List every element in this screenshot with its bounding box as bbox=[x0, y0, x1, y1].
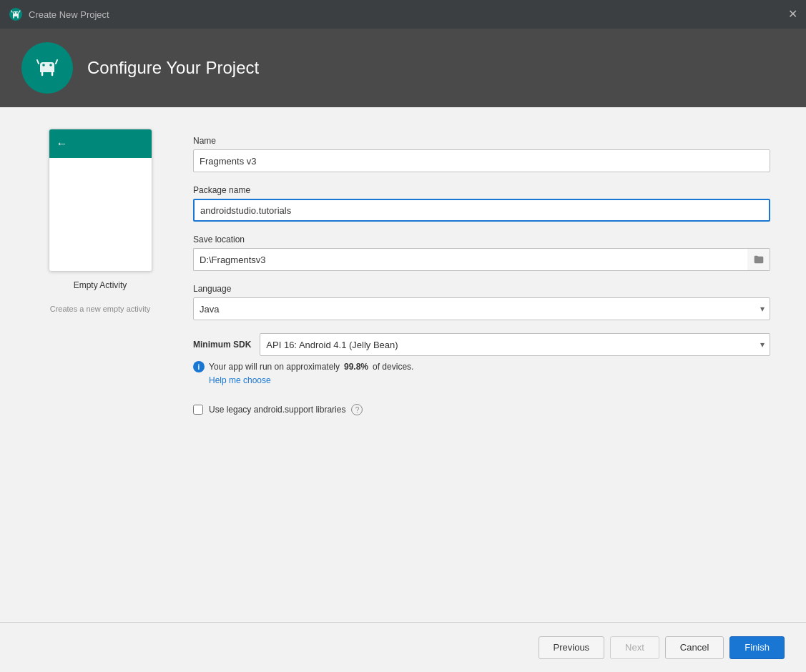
name-label: Name bbox=[193, 136, 770, 146]
min-sdk-row: Minimum SDK API 16: Android 4.1 (Jelly B… bbox=[193, 333, 770, 356]
package-name-group: Package name bbox=[193, 185, 770, 222]
sdk-info-prefix: Your app will run on approximately bbox=[209, 362, 340, 372]
save-location-label: Save location bbox=[193, 234, 770, 244]
legacy-checkbox-row: Use legacy android.support libraries ? bbox=[193, 404, 770, 415]
cancel-button[interactable]: Cancel bbox=[665, 636, 724, 659]
language-select-wrapper: Java Kotlin ▾ bbox=[193, 297, 770, 320]
activity-label: Empty Activity bbox=[74, 280, 127, 290]
previous-button[interactable]: Previous bbox=[539, 636, 605, 659]
activity-description: Creates a new empty activity bbox=[50, 305, 151, 313]
folder-button[interactable] bbox=[747, 248, 770, 271]
sdk-info-suffix: of devices. bbox=[373, 362, 413, 372]
back-arrow-icon: ← bbox=[56, 137, 68, 150]
android-icon bbox=[31, 52, 63, 84]
legacy-checkbox-label: Use legacy android.support libraries bbox=[209, 405, 345, 415]
min-sdk-group: Minimum SDK API 16: Android 4.1 (Jelly B… bbox=[193, 333, 770, 385]
close-button[interactable]: ✕ bbox=[788, 9, 797, 20]
svg-point-2 bbox=[16, 12, 18, 14]
header-title: Configure Your Project bbox=[87, 58, 259, 78]
header-section: Configure Your Project bbox=[0, 29, 806, 107]
language-group: Language Java Kotlin ▾ bbox=[193, 284, 770, 320]
info-icon: i bbox=[193, 361, 205, 372]
sdk-info: i Your app will run on approximately 99.… bbox=[193, 361, 770, 385]
min-sdk-select-wrapper: API 16: Android 4.1 (Jelly Bean) API 17:… bbox=[260, 333, 770, 356]
finish-button[interactable]: Finish bbox=[729, 636, 785, 659]
min-sdk-label: Minimum SDK bbox=[193, 340, 251, 350]
sdk-info-text: i Your app will run on approximately 99.… bbox=[193, 361, 770, 372]
svg-point-1 bbox=[14, 12, 15, 14]
save-location-row bbox=[193, 248, 770, 271]
phone-body bbox=[49, 158, 152, 271]
android-logo-icon bbox=[9, 7, 23, 21]
main-content: ← Empty Activity Creates a new empty act… bbox=[0, 107, 806, 622]
folder-icon bbox=[754, 255, 764, 265]
phone-header-bar: ← bbox=[49, 129, 152, 158]
sdk-percentage: 99.8% bbox=[344, 362, 368, 372]
footer: Previous Next Cancel Finish bbox=[0, 622, 806, 672]
package-name-input[interactable] bbox=[193, 199, 770, 222]
title-bar-text: Create New Project bbox=[29, 9, 109, 20]
right-panel: Name Package name Save location bbox=[193, 129, 770, 622]
legacy-checkbox[interactable] bbox=[193, 405, 203, 415]
header-icon bbox=[21, 42, 73, 94]
legacy-help-icon[interactable]: ? bbox=[351, 404, 363, 415]
help-me-choose-link[interactable]: Help me choose bbox=[209, 375, 770, 385]
language-select[interactable]: Java Kotlin bbox=[193, 297, 770, 320]
phone-preview: ← bbox=[49, 129, 152, 272]
content-area: ← Empty Activity Creates a new empty act… bbox=[36, 129, 770, 622]
svg-point-5 bbox=[49, 64, 52, 66]
save-location-input[interactable] bbox=[193, 248, 747, 271]
title-bar-left: Create New Project bbox=[9, 7, 109, 21]
save-location-group: Save location bbox=[193, 234, 770, 271]
min-sdk-select[interactable]: API 16: Android 4.1 (Jelly Bean) API 17:… bbox=[260, 333, 770, 356]
title-bar: Create New Project ✕ bbox=[0, 0, 806, 29]
svg-point-4 bbox=[42, 64, 45, 66]
name-input[interactable] bbox=[193, 149, 770, 172]
left-panel: ← Empty Activity Creates a new empty act… bbox=[36, 129, 164, 622]
language-label: Language bbox=[193, 284, 770, 294]
package-name-label: Package name bbox=[193, 185, 770, 195]
next-button[interactable]: Next bbox=[610, 636, 659, 659]
name-group: Name bbox=[193, 136, 770, 172]
